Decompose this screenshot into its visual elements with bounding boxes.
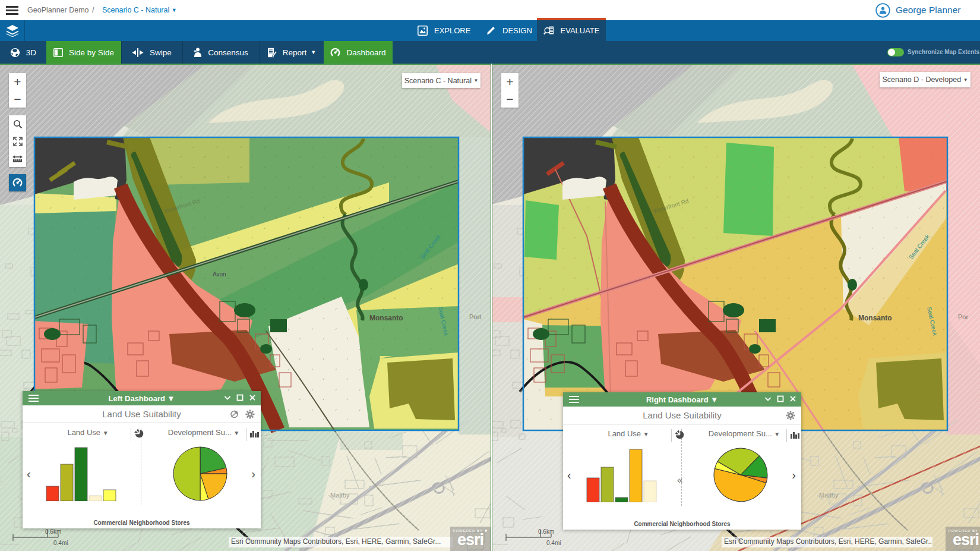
svg-text:0.4mi: 0.4mi [546,540,561,546]
svg-text:Monsanto: Monsanto [858,314,892,322]
svg-text:Avon: Avon [213,271,226,278]
svg-text:0.6km: 0.6km [45,528,61,535]
svg-text:0.6km: 0.6km [538,528,554,535]
svg-text:0.4mi: 0.4mi [53,540,68,546]
svg-text:Monsanto: Monsanto [369,314,403,322]
